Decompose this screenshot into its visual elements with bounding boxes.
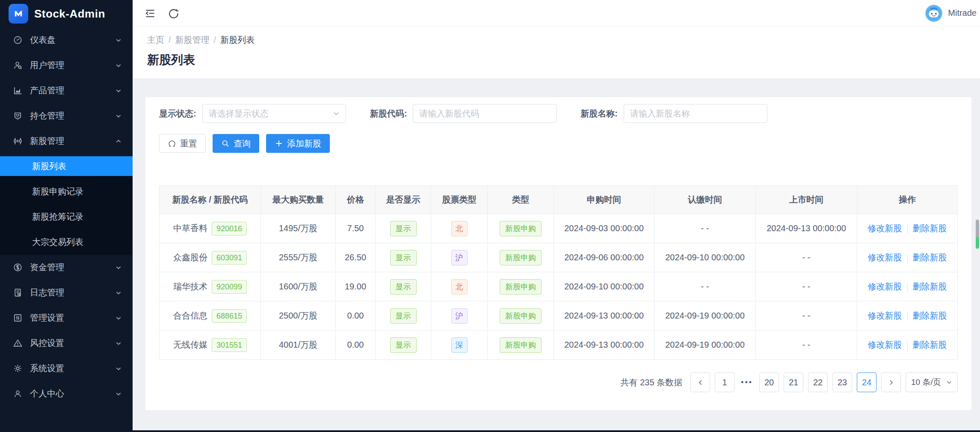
chevron-down-icon xyxy=(115,113,121,119)
reset-icon xyxy=(168,139,176,148)
pagination-ellipsis[interactable]: ••• xyxy=(739,378,755,387)
table-row: 合合信息688615 2500/万股 0.00 显示 沪 新股申购 2024-0… xyxy=(160,301,958,331)
code-input[interactable] xyxy=(419,109,550,119)
username[interactable]: Mitrade xyxy=(948,8,977,18)
window-scrollbar[interactable] xyxy=(976,220,979,249)
subscribe-time: 2024-09-10 00:00:00 xyxy=(554,272,654,301)
payment-time: 2024-09-19 00:00:00 xyxy=(654,331,756,360)
pagination-page-1[interactable]: 1 xyxy=(715,372,734,392)
table-header-row: 新股名称 / 新股代码 最大购买数量 价格 是否显示 股票类型 类型 申购时间 … xyxy=(160,186,958,214)
col-name-code: 新股名称 / 新股代码 xyxy=(160,186,261,214)
pagination-page-22[interactable]: 22 xyxy=(808,372,828,392)
table-row: 无线传媒301551 4001/万股 0.00 显示 深 新股申购 2024-0… xyxy=(160,331,958,360)
risk-settings-icon xyxy=(13,338,23,348)
collapse-sidebar-icon[interactable] xyxy=(144,7,157,20)
sidebar-item-ipo-management[interactable]: 新股管理 xyxy=(0,128,133,154)
sidebar-item-label: 新股管理 xyxy=(30,135,115,147)
breadcrumb-current: 新股列表 xyxy=(220,34,255,46)
sidebar-item-funds-management[interactable]: 资金管理 xyxy=(0,255,133,280)
sidebar: Stock-Admin 仪表盘 用户管理 xyxy=(0,0,133,432)
edit-ipo-link[interactable]: 修改新股 xyxy=(868,282,902,291)
col-subscribe-time: 申购时间 xyxy=(554,186,654,214)
user-management-icon xyxy=(13,60,23,70)
sidebar-item-label: 管理设置 xyxy=(30,312,115,324)
price: 0.00 xyxy=(336,331,376,360)
chevron-down-icon xyxy=(115,340,121,346)
sidebar-item-log-management[interactable]: 日志管理 xyxy=(0,280,133,305)
pagination-page-24-active[interactable]: 24 xyxy=(857,372,876,392)
ipo-submenu: 新股列表 新股申购记录 新股抢筹记录 大宗交易列表 xyxy=(0,156,133,255)
market-badge: 深 xyxy=(451,337,468,353)
edit-ipo-link[interactable]: 修改新股 xyxy=(868,340,902,349)
sidebar-item-risk-settings[interactable]: 风控设置 xyxy=(0,331,133,356)
name-input[interactable] xyxy=(630,109,761,119)
reset-button[interactable]: 重置 xyxy=(159,134,206,153)
price: 26.50 xyxy=(336,243,376,272)
sidebar-item-label: 仪表盘 xyxy=(30,34,115,46)
sidebar-subitem-ipo-list[interactable]: 新股列表 xyxy=(0,156,133,176)
edit-ipo-link[interactable]: 修改新股 xyxy=(868,311,902,320)
filter-name: 新股名称: xyxy=(580,104,767,123)
sidebar-item-admin-settings[interactable]: 管理设置 xyxy=(0,305,133,331)
sidebar-item-dashboard[interactable]: 仪表盘 xyxy=(0,27,133,53)
sidebar-item-position-management[interactable]: 持仓管理 xyxy=(0,103,133,128)
add-ipo-button[interactable]: 添加新股 xyxy=(266,134,330,153)
max-qty: 1600/万股 xyxy=(261,272,336,301)
delete-ipo-link[interactable]: 删除新股 xyxy=(913,223,947,233)
user-avatar[interactable] xyxy=(925,4,943,22)
content: 显示状态: 请选择显示状态 新股代码: 新股名称: xyxy=(133,78,980,432)
sidebar-item-product-management[interactable]: 产品管理 xyxy=(0,78,133,103)
max-qty: 1495/万股 xyxy=(261,214,336,243)
filter-code: 新股代码: xyxy=(370,104,557,123)
chevron-right-icon xyxy=(888,379,894,386)
pagination-page-23[interactable]: 23 xyxy=(832,372,852,392)
chevron-left-icon xyxy=(697,379,704,386)
sidebar-subitem-ipo-subscribe-records[interactable]: 新股申购记录 xyxy=(0,179,133,204)
sidebar-item-profile-center[interactable]: 个人中心 xyxy=(0,381,133,406)
position-management-icon xyxy=(13,111,23,121)
search-button[interactable]: 查询 xyxy=(213,134,259,153)
chevron-down-icon xyxy=(333,110,340,117)
filter-status: 显示状态: 请选择显示状态 xyxy=(159,104,346,123)
stock-admin-logo-icon xyxy=(9,4,28,24)
pagination-prev-button[interactable] xyxy=(690,372,710,392)
stock-code-badge: 920016 xyxy=(212,222,247,235)
pagination-page-20[interactable]: 20 xyxy=(759,372,779,392)
status-select[interactable]: 请选择显示状态 xyxy=(202,104,346,123)
page-title: 新股列表 xyxy=(147,52,980,68)
delete-ipo-link[interactable]: 删除新股 xyxy=(913,311,947,320)
col-max-qty: 最大购买数量 xyxy=(261,186,336,214)
edit-ipo-link[interactable]: 修改新股 xyxy=(868,253,902,262)
sidebar-item-label: 产品管理 xyxy=(30,85,115,96)
app-title: Stock-Admin xyxy=(34,7,105,21)
delete-ipo-link[interactable]: 删除新股 xyxy=(913,253,947,262)
sidebar-subitem-block-trade-list[interactable]: 大宗交易列表 xyxy=(0,229,133,255)
sidebar-item-label: 用户管理 xyxy=(30,60,115,71)
delete-ipo-link[interactable]: 删除新股 xyxy=(913,282,947,291)
delete-ipo-link[interactable]: 删除新股 xyxy=(913,340,947,349)
sidebar-menu: 仪表盘 用户管理 产品管理 xyxy=(0,27,133,432)
page-size-select[interactable]: 10 条/页 xyxy=(906,372,958,392)
refresh-icon[interactable] xyxy=(168,7,180,19)
pagination-next-button[interactable] xyxy=(881,372,901,392)
pagination-page-21[interactable]: 21 xyxy=(784,372,803,392)
col-payment-time: 认缴时间 xyxy=(654,186,756,214)
action-divider xyxy=(907,225,908,233)
sidebar-item-user-management[interactable]: 用户管理 xyxy=(0,53,133,78)
sidebar-subitem-ipo-rush-records[interactable]: 新股抢筹记录 xyxy=(0,204,133,229)
col-actions: 操作 xyxy=(857,186,958,214)
sidebar-item-label: 日志管理 xyxy=(30,287,115,298)
edit-ipo-link[interactable]: 修改新股 xyxy=(868,223,902,233)
product-management-icon xyxy=(13,86,23,95)
funds-management-icon xyxy=(13,262,23,272)
breadcrumb-ipo-management[interactable]: 新股管理 xyxy=(175,34,210,46)
price: 19.00 xyxy=(336,272,376,301)
app-logo[interactable]: Stock-Admin xyxy=(0,0,133,27)
status-select-placeholder: 请选择显示状态 xyxy=(209,108,333,119)
page-size-value: 10 条/页 xyxy=(911,377,941,388)
sidebar-item-system-settings[interactable]: 系统设置 xyxy=(0,356,133,381)
chevron-down-icon xyxy=(946,379,952,385)
breadcrumb-home[interactable]: 主页 xyxy=(147,34,164,46)
action-divider xyxy=(907,312,908,321)
filter-row: 显示状态: 请选择显示状态 新股代码: 新股名称: xyxy=(159,104,958,123)
